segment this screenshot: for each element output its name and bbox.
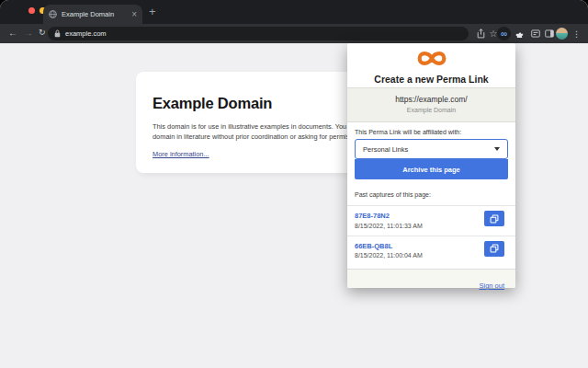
page-viewport: Example Domain This domain is for use in… bbox=[0, 43, 588, 368]
perma-extension-popup: Create a new Perma Link https://example.… bbox=[347, 43, 515, 288]
sign-out-link[interactable]: Sign out bbox=[479, 282, 504, 290]
affiliation-label: This Perma Link will be affiliated with: bbox=[355, 129, 508, 135]
window-close-button[interactable] bbox=[28, 7, 35, 14]
popup-footer: Sign out bbox=[347, 269, 515, 288]
profile-avatar[interactable] bbox=[556, 28, 568, 40]
popup-title: Create a new Perma Link bbox=[347, 74, 515, 85]
perma-infinity-logo-icon bbox=[411, 47, 453, 70]
new-tab-button[interactable]: + bbox=[149, 6, 156, 17]
copy-icon bbox=[490, 214, 499, 224]
capture-row: 87E8-78N2 8/15/2022, 11:01:33 AM bbox=[347, 205, 515, 236]
menu-dots-icon[interactable]: ⋮ bbox=[572, 27, 581, 40]
side-panel-icon[interactable] bbox=[544, 27, 555, 40]
affiliation-section: This Perma Link will be affiliated with:… bbox=[347, 122, 515, 179]
more-information-link[interactable]: More information... bbox=[153, 150, 209, 158]
globe-favicon-icon bbox=[49, 10, 57, 18]
address-bar[interactable]: example.com bbox=[48, 27, 469, 40]
popup-header: Create a new Perma Link bbox=[347, 43, 515, 87]
capture-copy-button[interactable] bbox=[484, 211, 504, 226]
extensions-puzzle-icon[interactable] bbox=[514, 27, 526, 40]
media-controls-icon[interactable] bbox=[530, 27, 541, 40]
past-captures-label: Past captures of this page: bbox=[347, 179, 515, 205]
tab-strip: Example Domain × + bbox=[0, 0, 588, 24]
capture-target-title: Example Domain bbox=[347, 107, 515, 113]
tab-title: Example Domain bbox=[62, 10, 131, 18]
lock-icon bbox=[54, 29, 61, 38]
capture-row: 66EB-QB8L 8/15/2022, 11:00:04 AM bbox=[347, 236, 515, 266]
tab-close-icon[interactable]: × bbox=[131, 10, 137, 19]
affiliation-selected-value: Personal Links bbox=[363, 145, 408, 154]
chevron-down-icon bbox=[494, 147, 500, 151]
browser-toolbar: ← → ↻ example.com ☆ ∞ bbox=[0, 24, 588, 43]
capture-target-url: https://example.com/ bbox=[347, 95, 515, 104]
perma-extension-icon[interactable]: ∞ bbox=[497, 27, 511, 40]
copy-icon bbox=[490, 244, 499, 253]
address-bar-url: example.com bbox=[65, 29, 107, 38]
reload-icon[interactable]: ↻ bbox=[39, 28, 46, 37]
share-icon[interactable] bbox=[475, 27, 486, 40]
back-icon[interactable]: ← bbox=[8, 28, 17, 38]
forward-icon[interactable]: → bbox=[24, 28, 33, 38]
browser-tab[interactable]: Example Domain × bbox=[43, 5, 142, 24]
archive-page-button[interactable]: Archive this page bbox=[355, 159, 508, 179]
browser-window: Example Domain × + ← → ↻ example.com ☆ ∞ bbox=[0, 0, 588, 368]
capture-target-box: https://example.com/ Example Domain bbox=[347, 87, 515, 122]
capture-copy-button[interactable] bbox=[484, 241, 504, 257]
affiliation-select[interactable]: Personal Links bbox=[355, 139, 508, 159]
